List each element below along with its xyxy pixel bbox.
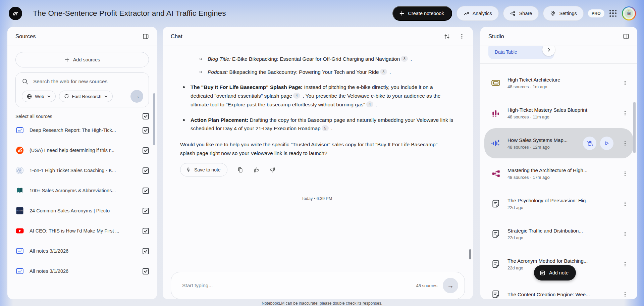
source-checkbox[interactable] <box>143 268 149 274</box>
notebook-source-icon: m+ <box>15 267 24 275</box>
studio-item[interactable]: The Psychology of Persuasion: Hig...22d … <box>484 189 633 219</box>
source-list-item[interactable]: m+All notes 3/1/2026 <box>7 261 157 281</box>
thumbs-up-icon[interactable] <box>253 167 260 173</box>
source-title: Deep Research Report: The High-Tick... <box>30 128 137 133</box>
notebook-source-icon: m+ <box>15 247 24 255</box>
source-checkbox[interactable] <box>143 228 149 234</box>
kebab-menu-icon[interactable] <box>459 33 465 39</box>
kebab-menu-icon[interactable] <box>621 231 629 237</box>
source-list-item[interactable]: m+All notes 3/1/2026 <box>7 241 157 261</box>
web-source-dropdown[interactable]: Web <box>22 91 56 102</box>
source-checkbox[interactable] <box>143 167 149 174</box>
add-note-button[interactable]: Add note <box>534 265 576 280</box>
kebab-menu-icon[interactable] <box>621 110 629 116</box>
send-button[interactable]: → <box>443 278 458 293</box>
sources-panel: Sources Add sources Web <box>7 27 157 299</box>
save-to-note-button[interactable]: Save to note <box>180 163 227 176</box>
chat-input-bar: 48 sources → <box>171 272 465 299</box>
sources-scrollbar[interactable] <box>153 93 155 145</box>
sub-bullet-item: Podcast: Bikepacking the Backcountry: Po… <box>200 68 453 76</box>
studio-item-text: Mastering the Architecture of High...48 … <box>507 167 615 180</box>
source-list-item[interactable]: 100+ Sales Acronyms & Abbreviations... <box>7 181 157 201</box>
svg-text:+: + <box>20 249 22 252</box>
share-button[interactable]: Share <box>503 6 539 21</box>
citation-chip[interactable]: 3 <box>401 56 408 62</box>
studio-item[interactable]: Strategic Traffic and Distribution...22d… <box>484 219 633 249</box>
source-checkbox[interactable] <box>143 188 149 194</box>
source-list-item[interactable]: m+Deep Research Report: The High-Tick... <box>7 120 157 140</box>
source-list-item[interactable]: AI CEO: THIS is How I'd Make My First ..… <box>7 221 157 241</box>
thumbs-down-icon[interactable] <box>269 167 276 173</box>
source-list-item[interactable]: 1-on-1 High Ticket Sales Coaching - K... <box>7 160 157 181</box>
video-overview-icon <box>490 78 501 88</box>
bullet-marker <box>200 58 202 60</box>
apps-grid-icon[interactable] <box>609 9 618 18</box>
avatar[interactable] <box>622 6 636 20</box>
hand-wave-icon <box>586 140 593 147</box>
chat-panel-header: Chat <box>163 27 473 46</box>
italic-text: Podcast: <box>208 69 228 75</box>
fast-research-icon <box>64 94 69 99</box>
studio-item-title: The Acronym Method for Batching... <box>507 258 615 264</box>
chat-panel-title: Chat <box>171 33 182 40</box>
citation-chip[interactable]: 3 <box>380 69 387 75</box>
search-submit-arrow-button[interactable]: → <box>130 90 143 103</box>
disclaimer-text: NotebookLM can be inaccurate; please dou… <box>0 301 644 306</box>
header-actions: Create notebook Analytics Share Settings… <box>392 6 636 21</box>
chat-input[interactable] <box>182 283 411 289</box>
kebab-menu-icon[interactable] <box>621 141 629 146</box>
source-checkbox[interactable] <box>143 208 149 214</box>
source-checkbox[interactable] <box>143 248 149 254</box>
studio-item-meta: 22d ago <box>507 205 615 210</box>
report-icon <box>490 230 501 238</box>
search-input[interactable] <box>33 79 143 85</box>
create-notebook-button[interactable]: Create notebook <box>392 6 452 21</box>
interactive-mode-button[interactable] <box>583 137 596 150</box>
kebab-menu-icon[interactable] <box>621 261 629 267</box>
kebab-menu-icon[interactable] <box>621 171 629 176</box>
add-sources-button[interactable]: Add sources <box>15 52 149 67</box>
source-checkbox[interactable] <box>143 127 149 134</box>
analytics-button[interactable]: Analytics <box>457 6 499 21</box>
studio-item-title: High Ticket Architecture <box>507 77 615 83</box>
pro-badge: PRO <box>588 9 604 17</box>
chat-scrollbar[interactable] <box>469 249 471 259</box>
plus-icon <box>64 57 70 62</box>
studio-item-text: High Ticket Architecture48 sources · 1m … <box>507 77 615 89</box>
notebooklm-logo[interactable] <box>9 7 22 20</box>
coaching-source-icon <box>15 166 24 175</box>
text: . <box>388 69 391 75</box>
source-list-item[interactable]: (USA) I need help determining if this r.… <box>7 140 157 160</box>
arrow-right-icon: → <box>134 93 140 100</box>
source-checkbox[interactable] <box>143 147 149 154</box>
copy-icon[interactable] <box>237 167 244 173</box>
studio-item[interactable]: Mastering the Architecture of High...48 … <box>484 158 633 189</box>
studio-item[interactable]: The Content Creation Engine: Wee... <box>484 279 633 299</box>
studio-item[interactable]: How Sales Systems Map...48 sources · 12m… <box>484 128 633 158</box>
select-all-checkbox[interactable] <box>143 113 149 119</box>
collapse-studio-panel-icon[interactable] <box>623 33 629 40</box>
studio-item[interactable]: High Ticket Architecture48 sources · 1m … <box>484 68 633 98</box>
source-list-item[interactable]: PLECTO24 Common Sales Acronyms | Plecto <box>7 201 157 221</box>
collapse-sources-panel-icon[interactable] <box>143 33 149 40</box>
citation-chip[interactable]: 4 <box>293 93 300 99</box>
studio-item[interactable]: High-Ticket Mastery Sales Blueprint48 so… <box>484 98 633 128</box>
kebab-menu-icon[interactable] <box>621 80 629 86</box>
bullet-text: The "Buy It For Life Basecamp" Splash Pa… <box>191 83 453 109</box>
studio-scrollbar[interactable] <box>633 102 636 153</box>
arrow-right-icon: → <box>447 282 454 290</box>
studio-item-meta: 48 sources · 1m ago <box>507 84 615 89</box>
pin-icon <box>185 167 191 173</box>
text: E-Bike Bikepacking: Essential Gear for O… <box>231 56 400 62</box>
research-mode-dropdown[interactable]: Fast Research <box>59 91 113 102</box>
play-button[interactable] <box>600 137 613 150</box>
text: . <box>409 56 412 62</box>
kebab-menu-icon[interactable] <box>621 201 629 207</box>
settings-button[interactable]: Settings <box>543 6 583 21</box>
citation-chip[interactable]: 5 <box>322 125 329 131</box>
assistant-message: Blog Title: E-Bike Bikepacking: Essentia… <box>180 55 453 157</box>
studio-item-meta: 22d ago <box>507 235 615 240</box>
kebab-menu-icon[interactable] <box>621 292 629 297</box>
tune-icon[interactable] <box>444 33 450 40</box>
citation-chip[interactable]: 4 <box>366 101 373 107</box>
